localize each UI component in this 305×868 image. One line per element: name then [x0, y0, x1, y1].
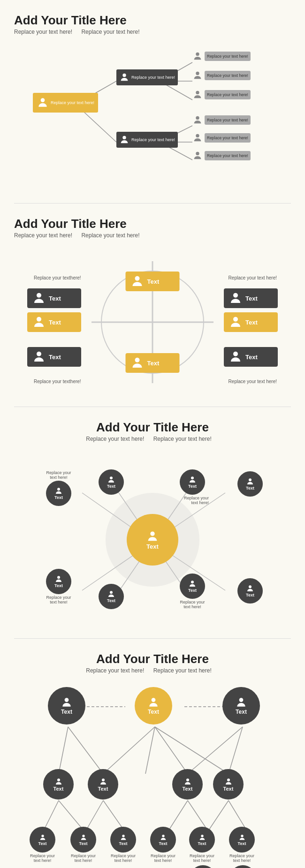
title-2: Add Your Title Here — [14, 217, 291, 231]
matrix-tc-icon — [130, 274, 145, 288]
svg-point-20 — [37, 317, 41, 322]
svg-point-64 — [102, 778, 105, 781]
svg-point-18 — [135, 276, 140, 281]
m1-icon — [54, 777, 63, 786]
org-r4: Replace your text here! — [192, 115, 251, 125]
tree-bot-5: Text Replace your text here! — [187, 827, 217, 863]
svg-point-37 — [249, 478, 252, 481]
svg-line-46 — [103, 727, 155, 774]
radial-n4: Text — [237, 470, 263, 497]
m2-icon — [99, 777, 107, 786]
matrix-node-tc: Text — [126, 272, 180, 291]
subtitle-4: Replace your text here! Replace your tex… — [14, 667, 291, 674]
matrix-label-br: Replace your text here! — [229, 379, 277, 384]
svg-line-47 — [145, 727, 155, 774]
n4-icon — [246, 477, 254, 486]
b2-icon — [80, 834, 87, 841]
n3-icon — [188, 476, 197, 484]
t3-icon — [235, 696, 247, 709]
matrix-bc-icon — [130, 356, 145, 370]
svg-point-16 — [196, 152, 199, 155]
tree-circle-b6: Text — [229, 827, 255, 853]
radial-circle-n6: Text — [99, 584, 124, 609]
svg-point-70 — [162, 835, 164, 837]
n1-icon — [54, 487, 63, 495]
mid2-box: Replace your text here! — [116, 132, 178, 148]
svg-point-21 — [233, 317, 238, 322]
svg-point-40 — [191, 581, 194, 583]
tree-bot-4: Text Replace your text here! — [148, 827, 178, 863]
mid1-box: Replace your text here! — [116, 69, 178, 85]
section-radial: Add Your Title Here Replace your text he… — [0, 407, 305, 638]
section-org-chart: Add Your Title Here Replace your text he… — [0, 0, 305, 203]
r6-box: Replace your text here! — [205, 151, 251, 160]
title-1: Add Your Title Here — [14, 13, 291, 28]
b1-icon — [39, 834, 46, 841]
tree-circle-b7: Text — [190, 865, 216, 868]
svg-point-67 — [41, 835, 44, 837]
svg-point-12 — [196, 72, 199, 75]
radial-n1: Replace your text here! Text — [42, 470, 75, 506]
tree-circle-t1: Text — [48, 687, 85, 725]
title-4: Add Your Title Here — [14, 652, 291, 666]
radial-n2: Text — [99, 469, 124, 495]
t1-icon — [61, 696, 73, 709]
svg-point-66 — [227, 778, 230, 781]
radial-center-icon — [146, 530, 159, 543]
org-r1: Replace your text here! — [192, 51, 251, 61]
title-3: Add Your Title Here — [14, 420, 291, 435]
matrix-node-tr: Text — [224, 288, 278, 308]
tree-circle-m2: Text — [88, 769, 118, 800]
matrix-node-tl: Text — [27, 288, 81, 308]
svg-line-50 — [188, 727, 243, 774]
radial-circle-n8: Text — [237, 578, 263, 604]
r1-person-icon — [192, 51, 203, 61]
svg-point-36 — [191, 476, 194, 479]
tree-circle-m1: Text — [43, 769, 74, 800]
svg-point-62 — [239, 698, 244, 702]
radial-circle-n2: Text — [99, 469, 124, 495]
radial-n5: Text Replace your text here! — [42, 569, 75, 604]
tree-circle-t3: Text — [222, 687, 260, 725]
tree-bot-6: Text Replace your text here! — [227, 827, 257, 863]
org-r2: Replace your text here! — [192, 70, 251, 81]
section-tree: Add Your Title Here Replace your text he… — [0, 639, 305, 868]
n2-icon — [107, 476, 115, 484]
svg-point-60 — [65, 698, 69, 702]
svg-point-22 — [37, 352, 41, 356]
tree-diagram: Text Text Text — [14, 682, 291, 868]
matrix-node-bc: Text — [126, 353, 180, 373]
matrix-node-bl: Text — [27, 347, 81, 367]
svg-point-72 — [241, 835, 243, 837]
svg-point-15 — [196, 134, 199, 137]
radial-n6: Text — [99, 584, 124, 609]
n8-icon — [246, 584, 254, 593]
svg-point-23 — [135, 358, 140, 362]
r2-person-icon — [192, 70, 203, 81]
r1-box: Replace your text here! — [205, 52, 251, 61]
org-mid1-node: Replace your text here! — [116, 69, 178, 85]
radial-circle-n3: Text — [180, 469, 205, 495]
matrix-label-tr: Replace your text here! — [229, 275, 277, 280]
svg-line-45 — [68, 727, 103, 774]
svg-point-41 — [249, 585, 252, 588]
tree-circle-b2: Text — [70, 827, 96, 853]
matrix-node-ml: Text — [27, 312, 81, 332]
tree-circle-b8: Text — [230, 865, 256, 868]
r4-person-icon — [192, 115, 203, 125]
root-person-icon — [37, 97, 49, 109]
r5-person-icon — [192, 133, 203, 143]
tree-mid-4: Text — [213, 769, 244, 800]
subtitle-2: Replace your text here! Replace your tex… — [14, 232, 291, 239]
svg-point-35 — [110, 476, 113, 479]
tree-bot-8: Text Replace your text here! — [228, 865, 258, 868]
tree-bot-7: Text Replace your text here! — [188, 865, 218, 868]
mid2-person-icon — [119, 135, 130, 145]
radial-circle-n1: Text — [46, 481, 71, 506]
svg-point-33 — [150, 531, 154, 536]
subtitle-3: Replace your text here! Replace your tex… — [14, 436, 291, 442]
radial-circle-n4: Text — [237, 471, 263, 497]
org-chart-diagram: Replace your text here! Replace your tex… — [14, 44, 291, 194]
tree-bot-3: Text Replace your text here! — [108, 827, 138, 863]
matrix-bl-icon — [32, 350, 46, 364]
